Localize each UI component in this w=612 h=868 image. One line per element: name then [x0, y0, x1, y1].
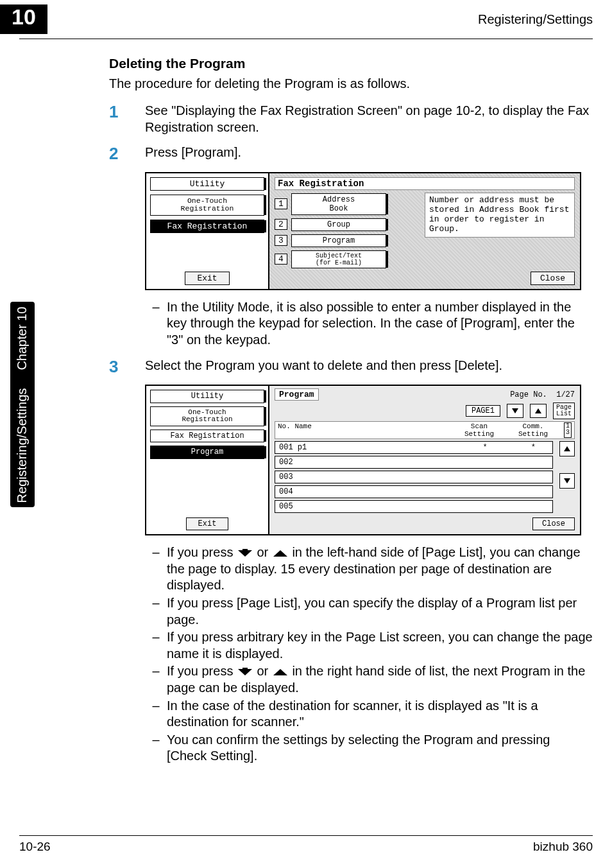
lcd1-address-book-button[interactable]: Address Book	[291, 193, 386, 215]
dash-icon: –	[145, 629, 167, 662]
step-1-number: 1	[109, 103, 145, 135]
lcd1-subject-text-button[interactable]: Subject/Text (for E-mail)	[291, 250, 386, 268]
lcd1-btn4-num: 4	[275, 254, 287, 265]
step-2-notes: – In the Utility Mode, it is also possib…	[145, 299, 593, 349]
step-3: 3 Select the Program you want to delete …	[109, 358, 593, 376]
side-tab-section: Registering/Settings	[15, 388, 30, 503]
section-title: Deleting the Program	[109, 56, 593, 71]
lcd2-page-down-button[interactable]	[507, 404, 523, 418]
step-3-note-1: If you press or in the left-hand side of…	[167, 544, 593, 594]
lcd2-scroll-down-button[interactable]	[559, 473, 575, 489]
lcd2-side-panel: Utility One-Touch Registration Fax Regis…	[146, 386, 269, 534]
side-tab: Registering/Settings Chapter 10	[10, 302, 35, 507]
content: Deleting the Program The procedure for d…	[0, 39, 612, 765]
svg-marker-6	[273, 550, 287, 557]
lcd2-faxreg-button[interactable]: Fax Registration	[150, 430, 264, 443]
dash-icon: –	[145, 299, 167, 349]
arrow-down-icon	[237, 668, 253, 677]
lcd1-program-button[interactable]: Program	[291, 234, 386, 247]
lcd2-row-003[interactable]: 003	[275, 471, 553, 483]
svg-marker-1	[535, 408, 541, 413]
lcd1-onetouch-button[interactable]: One-Touch Registration	[150, 195, 264, 215]
lcd2-row-001[interactable]: 001 p1 * *	[275, 441, 553, 454]
lcd1-main-panel: Fax Registration 1 Address Book 2 Group	[269, 173, 580, 289]
side-tab-chapter: Chapter 10	[15, 306, 30, 370]
lcd1-utility-button[interactable]: Utility	[150, 177, 264, 191]
lcd-fax-registration: Utility One-Touch Registration Fax Regis…	[145, 172, 581, 290]
dash-icon: –	[145, 698, 167, 731]
lcd1-btn3-num: 3	[275, 235, 287, 246]
lcd2-title: Program	[275, 388, 319, 401]
lcd2-utility-button[interactable]: Utility	[150, 390, 264, 403]
lcd2-column-headers: No. Name Scan Setting Comm. Setting 1 3	[275, 421, 575, 439]
lcd1-info-note: Number or address must be stored in Addr…	[425, 193, 575, 238]
lcd2-onetouch-button[interactable]: One-Touch Registration	[150, 406, 264, 426]
page-header: 10 Registering/Settings	[0, 0, 612, 39]
step-1-text: See "Displaying the Fax Registration Scr…	[145, 103, 593, 135]
svg-rect-5	[242, 549, 248, 551]
lcd1-close-button[interactable]: Close	[531, 272, 575, 285]
lcd1-exit-button[interactable]: Exit	[185, 272, 229, 285]
lcd2-page-box: PAGE1	[466, 405, 500, 417]
dash-icon: –	[145, 663, 167, 696]
dash-icon: –	[145, 732, 167, 765]
step-3-note-4: If you press or in the right hand side o…	[167, 663, 593, 696]
step-3-note-5: In the case of the destination for scann…	[167, 698, 593, 731]
step-3-note-2: If you press [Page List], you can specif…	[167, 595, 593, 628]
lcd1-btn1-num: 1	[275, 198, 287, 209]
step-3-note-6: You can confirm the settings by selectin…	[167, 732, 593, 765]
footer-page-number: 10-26	[19, 840, 51, 854]
step-3-number: 3	[109, 358, 145, 376]
lcd-program-list: Utility One-Touch Registration Fax Regis…	[145, 385, 581, 535]
step-2-number: 2	[109, 144, 145, 163]
dash-icon: –	[145, 544, 167, 594]
section-lead: The procedure for deleting the Program i…	[109, 76, 593, 91]
lcd2-scroll-up-button[interactable]	[559, 441, 575, 456]
arrow-down-icon	[237, 549, 253, 558]
lcd1-group-button[interactable]: Group	[291, 218, 386, 231]
step-3-text: Select the Program you want to delete an…	[145, 358, 502, 376]
chapter-badge: 10	[0, 4, 47, 34]
step-3-note-3: If you press arbitrary key in the Page L…	[167, 629, 593, 662]
step-2-note-1: In the Utility Mode, it is also possible…	[167, 299, 593, 349]
step-3-notes: – If you press or in the left-hand side …	[145, 544, 593, 765]
running-head: Registering/Settings	[478, 12, 593, 27]
lcd2-head-scan: Scan Setting	[454, 422, 505, 438]
svg-marker-3	[564, 478, 570, 483]
lcd2-page-no-label: Page No. 1/27	[510, 390, 575, 399]
svg-marker-9	[273, 669, 287, 675]
lcd2-fraction-indicator: 1 3	[564, 422, 572, 438]
lcd1-title: Fax Registration	[275, 177, 575, 190]
svg-rect-8	[242, 668, 248, 670]
footer-product: bizhub 360	[533, 840, 593, 854]
lcd2-page-up-button[interactable]	[530, 404, 547, 418]
svg-marker-0	[512, 408, 518, 413]
lcd2-row-002[interactable]: 002	[275, 456, 553, 469]
lcd2-exit-button[interactable]: Exit	[186, 517, 229, 530]
lcd2-main-panel: Program Page No. 1/27 PAGE1 Page Li	[269, 386, 580, 534]
step-1: 1 See "Displaying the Fax Registration S…	[109, 103, 593, 135]
lcd2-row-004[interactable]: 004	[275, 485, 553, 498]
lcd1-faxreg-button[interactable]: Fax Registration	[150, 220, 264, 234]
step-2-text: Press [Program].	[145, 144, 241, 163]
lcd1-btn2-num: 2	[275, 219, 287, 230]
svg-marker-2	[564, 446, 570, 451]
arrow-up-icon	[272, 549, 289, 558]
arrow-up-icon	[272, 668, 289, 677]
lcd2-head-comm: Comm. Setting	[507, 422, 559, 438]
lcd2-head-no-name: No. Name	[278, 422, 323, 438]
lcd2-page-list-button[interactable]: Page List	[553, 403, 575, 419]
page-footer: 10-26 bizhub 360	[0, 835, 612, 854]
lcd2-program-button[interactable]: Program	[150, 446, 264, 459]
lcd1-side-panel: Utility One-Touch Registration Fax Regis…	[146, 173, 269, 289]
dash-icon: –	[145, 595, 167, 628]
lcd2-close-button[interactable]: Close	[532, 517, 575, 530]
step-2: 2 Press [Program].	[109, 144, 593, 163]
lcd2-row-005[interactable]: 005	[275, 500, 553, 513]
